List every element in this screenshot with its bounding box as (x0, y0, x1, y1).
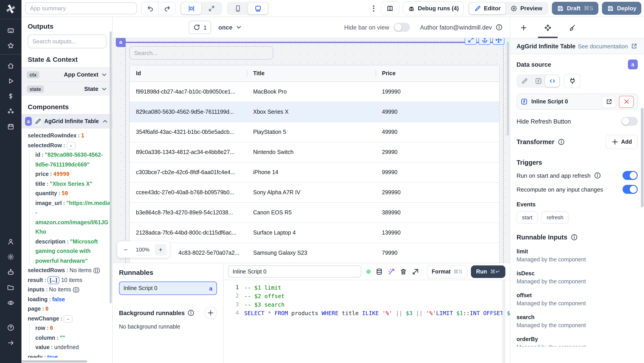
move-component-button[interactable] (492, 38, 504, 45)
state-row[interactable]: state State (22, 82, 112, 96)
delete-script-icon[interactable] (400, 268, 407, 275)
table-row[interactable]: ccee43dc-27e0-40a8-b768-b09579b0...Sony … (130, 183, 499, 203)
event-pill-start[interactable]: start (516, 211, 538, 224)
expand-component-button[interactable] (465, 38, 477, 45)
run-on-start-toggle[interactable] (622, 171, 638, 180)
anchor-component-button[interactable] (478, 38, 490, 45)
zoom-out-button[interactable]: − (121, 245, 130, 254)
outputs-panel-hscrollbar[interactable] (22, 360, 87, 362)
info-icon[interactable] (188, 309, 194, 316)
canvas-scrollbar[interactable] (507, 42, 509, 136)
refresh-count-button[interactable]: 1 (189, 21, 211, 34)
outputs-panel-scrollbar[interactable] (110, 31, 112, 303)
refresh-mode-dropdown[interactable]: once (218, 24, 242, 31)
hide-bar-toggle[interactable] (394, 23, 410, 32)
zoom-in-button[interactable]: + (155, 244, 166, 255)
home-icon[interactable] (0, 58, 22, 73)
inline-script-row[interactable]: Inline Script 0 (516, 94, 638, 110)
help-icon[interactable] (0, 320, 22, 335)
add-transformer-button[interactable]: Add (605, 135, 638, 149)
expand-editor-icon[interactable] (412, 268, 419, 275)
table-row[interactable]: b3e864c8-7fe3-4270-89e9-54c12038...Canon… (130, 203, 499, 223)
open-script-button[interactable] (602, 96, 616, 108)
format-button[interactable]: Format ⌘S (427, 265, 467, 278)
docs-button[interactable] (380, 1, 399, 15)
table-row[interactable]: 4c83-8022-5e70a07a2...Samsung Galaxy S23… (130, 243, 499, 263)
collapse-icon[interactable] (0, 335, 22, 350)
deploy-button[interactable]: Deploy (602, 2, 641, 15)
chevron-down-icon[interactable] (100, 71, 108, 78)
mobile-view-button[interactable] (228, 3, 248, 14)
settings-panel-scrollbar[interactable] (641, 108, 644, 207)
app-canvas[interactable]: a IdTitlePrice f991898d-cb27-4ac7-b10c-0… (113, 38, 510, 263)
column-header[interactable]: Id (130, 65, 247, 82)
rename-component-button[interactable] (34, 117, 42, 126)
delete-script-button[interactable] (619, 96, 634, 108)
table-row[interactable]: 354f6afd-43ac-4321-b1bc-0b5e5adcb...Play… (130, 122, 499, 142)
table-row[interactable]: 89c0a336-1343-4812-ac34-e4bb8e27...Ninte… (130, 142, 499, 162)
debug-runs-button[interactable]: Debug runs (4) (403, 1, 464, 15)
collapse-toggle[interactable]: - (64, 315, 73, 322)
column-header[interactable]: Title (247, 65, 376, 82)
workers-icon[interactable] (0, 264, 22, 280)
database-icon[interactable] (376, 268, 383, 275)
tab-styling[interactable] (568, 17, 576, 38)
template-mode-button[interactable] (531, 75, 545, 87)
centered-layout-button[interactable] (181, 3, 201, 14)
schedules-icon[interactable] (0, 119, 22, 134)
ai-wand-icon[interactable] (388, 268, 395, 275)
collapse-toggle[interactable]: - (66, 142, 75, 149)
hide-refresh-toggle[interactable] (621, 117, 638, 126)
chevron-down-icon[interactable] (100, 85, 108, 92)
tab-component-settings[interactable] (544, 17, 552, 38)
resources-icon[interactable] (0, 104, 22, 119)
expand-result-button[interactable]: [...] (48, 276, 59, 284)
static-mode-button[interactable] (518, 75, 531, 87)
info-icon[interactable] (558, 138, 564, 145)
folders-icon[interactable] (0, 280, 22, 295)
code-editor[interactable]: 1-- $1 limit2-- $2 offset3-- $3 search4S… (224, 280, 510, 363)
ctx-row[interactable]: ctx App Context (22, 67, 112, 82)
audit-logs-icon[interactable] (0, 295, 22, 310)
component-outputs-header[interactable]: a AgGrid Infinite Table (22, 114, 112, 128)
favorites-icon[interactable] (0, 38, 22, 53)
code-editor-scrollbar[interactable] (502, 280, 505, 363)
more-menu-button[interactable] (370, 5, 377, 12)
column-header[interactable]: Price (376, 65, 499, 82)
recompute-toggle[interactable] (622, 185, 638, 194)
info-icon[interactable] (594, 172, 601, 179)
search-outputs-input[interactable] (28, 35, 106, 48)
table-row[interactable]: 2128adca-7fc6-44bd-800c-dc115df6ac...Sur… (130, 223, 499, 243)
undo-button[interactable] (142, 2, 158, 15)
info-icon[interactable] (496, 24, 503, 31)
table-row[interactable]: f991898d-cb27-4ac7-b10c-0b9050ce1...MacB… (130, 82, 499, 102)
app-summary-input[interactable] (25, 2, 137, 14)
variables-icon[interactable] (0, 89, 22, 104)
aggrid-component[interactable]: a IdTitlePrice f991898d-cb27-4ac7-b10c-0… (125, 41, 504, 263)
connect-mode-button[interactable] (564, 74, 580, 88)
add-background-runnable-button[interactable] (204, 307, 217, 319)
script-name-input[interactable] (228, 265, 361, 277)
runnable-item[interactable]: Inline Script 0 a (119, 281, 217, 295)
event-pill-refresh[interactable]: refresh (541, 211, 569, 224)
desktop-view-button[interactable] (248, 3, 268, 14)
apps-icon[interactable] (0, 23, 22, 38)
user-icon[interactable] (0, 234, 22, 249)
code-mode-button[interactable] (545, 75, 559, 87)
preview-tab[interactable]: Preview (506, 3, 547, 14)
draft-button[interactable]: Draft ⌘S (552, 2, 598, 15)
editor-tab[interactable]: Editor (469, 3, 506, 14)
settings-icon[interactable] (0, 249, 22, 264)
table-row[interactable]: 829ca080-5630-4562-9d5e-7611199d...Xbox … (130, 102, 499, 122)
table-search-input[interactable] (129, 46, 273, 60)
redo-button[interactable] (158, 2, 175, 15)
full-width-button[interactable] (201, 3, 222, 14)
tab-insert[interactable] (520, 17, 527, 38)
windmill-logo-icon[interactable] (0, 0, 22, 18)
chevron-up-icon[interactable] (102, 118, 109, 125)
runs-icon[interactable] (0, 73, 22, 89)
run-button[interactable]: Run ⌘↵ (471, 265, 505, 278)
see-documentation-link[interactable]: See documentation (578, 43, 638, 50)
table-row[interactable]: c303bce7-cb2e-42c6-8fdf-6aa01fc4e4...iPh… (130, 162, 499, 183)
info-icon[interactable] (570, 234, 578, 241)
